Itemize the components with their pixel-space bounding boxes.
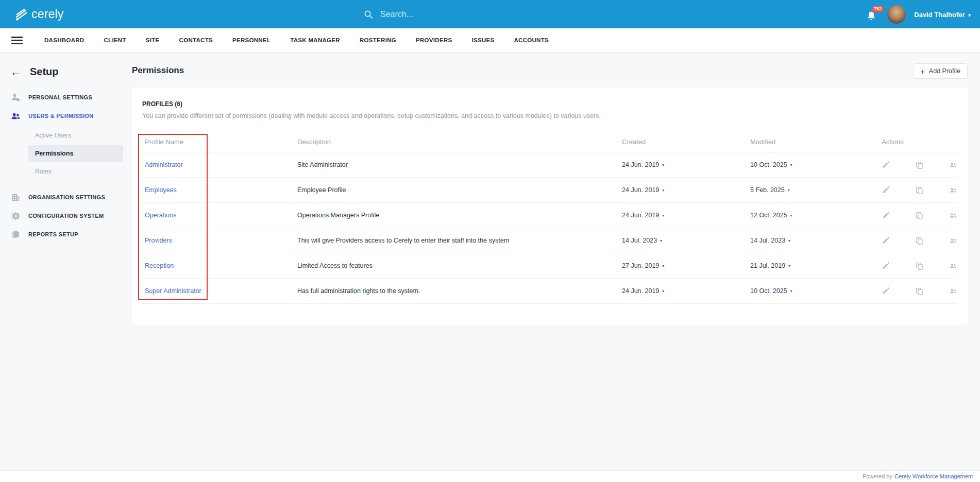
nav-providers[interactable]: PROVIDERS bbox=[416, 37, 452, 43]
modified-date[interactable]: 12 Oct. 2025▾ bbox=[748, 212, 879, 219]
row-actions bbox=[879, 211, 957, 220]
back-arrow-icon[interactable]: ← bbox=[10, 66, 22, 78]
sidebar-item-users-permission[interactable]: USERS & PERMISSION bbox=[0, 107, 131, 125]
assign-users-icon[interactable] bbox=[949, 261, 957, 270]
nav-site[interactable]: SITE bbox=[146, 37, 160, 43]
global-search[interactable] bbox=[364, 0, 535, 28]
profiles-heading: PROFILES (6) bbox=[142, 100, 957, 108]
sidebar-item-personal-settings[interactable]: PERSONAL SETTINGS bbox=[0, 88, 131, 107]
nav-personnel[interactable]: PERSONNEL bbox=[232, 37, 271, 43]
profile-name-link[interactable]: Employees bbox=[142, 186, 295, 194]
created-date[interactable]: 24 Jun. 2019▾ bbox=[619, 287, 748, 295]
profile-description: Employee Profile bbox=[295, 186, 619, 194]
users-icon bbox=[11, 111, 21, 121]
profile-description: Has full administration rights to the sy… bbox=[295, 287, 619, 295]
sidebar-item-reports-setup[interactable]: REPORTS SETUP bbox=[0, 225, 131, 244]
created-date[interactable]: 27 Jun. 2019▾ bbox=[619, 262, 748, 269]
brand-logo-group[interactable]: cerely bbox=[14, 7, 64, 21]
edit-pencil-icon[interactable] bbox=[882, 236, 890, 245]
created-date[interactable]: 14 Jul. 2023▾ bbox=[619, 237, 748, 244]
user-avatar[interactable] bbox=[887, 5, 906, 24]
created-date[interactable]: 24 Jun. 2019▾ bbox=[619, 186, 748, 194]
edit-pencil-icon[interactable] bbox=[882, 160, 890, 169]
col-header-profile-name: Profile Name bbox=[142, 138, 295, 146]
nav-task-manager[interactable]: TASK MANAGER bbox=[290, 37, 340, 43]
sidebar-item-organisation-settings[interactable]: ORGANISATION SETTINGS bbox=[0, 188, 131, 206]
modified-date[interactable]: 5 Feb. 2025▾ bbox=[748, 186, 879, 194]
caret-down-icon: ▾ bbox=[662, 213, 664, 218]
created-date[interactable]: 24 Jun. 2019▾ bbox=[619, 212, 748, 219]
copy-icon[interactable] bbox=[915, 236, 923, 245]
edit-pencil-icon[interactable] bbox=[882, 211, 890, 220]
nav-accounts[interactable]: ACCOUNTS bbox=[514, 37, 549, 43]
row-actions bbox=[879, 286, 957, 296]
sidebar-item-label: USERS & PERMISSION bbox=[28, 113, 93, 119]
profile-description: Operations Managers Profile bbox=[295, 212, 619, 219]
sidebar-item-label: CONFIGURATION SYSTEM bbox=[28, 213, 104, 219]
cerely-logo-icon bbox=[14, 8, 28, 21]
sidebar-subitem-active-users[interactable]: Active Users bbox=[0, 126, 131, 145]
sidebar-subitem-roles[interactable]: Roles bbox=[0, 162, 131, 181]
notifications-button[interactable]: 762 bbox=[866, 7, 879, 22]
chevron-down-icon: ▾ bbox=[968, 12, 971, 18]
users-permission-sublist: Active Users Permissions Roles bbox=[0, 126, 131, 181]
nav-client[interactable]: CLIENT bbox=[104, 37, 126, 43]
copy-icon[interactable] bbox=[915, 261, 923, 270]
brand-name: cerely bbox=[31, 7, 64, 21]
modified-date[interactable]: 21 Jul. 2019▾ bbox=[748, 262, 879, 269]
profile-name-link[interactable]: Administrator bbox=[142, 161, 295, 168]
caret-down-icon: ▾ bbox=[790, 213, 792, 218]
assign-users-icon[interactable] bbox=[949, 160, 957, 169]
edit-pencil-icon[interactable] bbox=[882, 185, 890, 195]
col-header-created: Created bbox=[619, 138, 748, 146]
col-header-modified: Modified bbox=[748, 138, 879, 146]
edit-pencil-icon[interactable] bbox=[882, 286, 890, 296]
cerely-link[interactable]: Cerely Workforce Management bbox=[894, 473, 973, 479]
modified-date[interactable]: 10 Oct. 2025▾ bbox=[748, 161, 879, 168]
copy-icon[interactable] bbox=[915, 185, 923, 195]
table-row: Employees Employee Profile 24 Jun. 2019▾… bbox=[142, 178, 957, 203]
copy-icon[interactable] bbox=[915, 160, 923, 169]
nav-rostering[interactable]: ROSTERING bbox=[360, 37, 396, 43]
sidebar-subitem-permissions[interactable]: Permissions bbox=[28, 145, 123, 162]
assign-users-icon[interactable] bbox=[949, 286, 957, 296]
profile-name-link[interactable]: Super Administrator bbox=[142, 287, 295, 295]
caret-down-icon: ▾ bbox=[660, 238, 662, 243]
modified-date[interactable]: 10 Oct. 2025▾ bbox=[748, 287, 879, 295]
row-actions bbox=[879, 185, 957, 195]
top-header-bar: cerely 762 David Thalhofer ▾ bbox=[0, 0, 980, 28]
building-icon bbox=[11, 193, 21, 202]
sidebar-item-configuration-system[interactable]: CONFIGURATION SYSTEM bbox=[0, 206, 131, 225]
table-row: Operations Operations Managers Profile 2… bbox=[142, 203, 957, 228]
sidebar-item-label: ORGANISATION SETTINGS bbox=[28, 194, 105, 200]
created-date[interactable]: 24 Jun. 2019▾ bbox=[619, 161, 748, 168]
table-row: Reception Limited Access to features 27 … bbox=[142, 253, 957, 279]
caret-down-icon: ▾ bbox=[790, 289, 792, 294]
nav-dashboard[interactable]: DASHBOARD bbox=[44, 37, 84, 43]
profile-name-link[interactable]: Reception bbox=[142, 262, 295, 269]
profiles-description: You can provide different set of permiss… bbox=[142, 112, 957, 119]
row-actions bbox=[879, 160, 957, 169]
profile-name-link[interactable]: Providers bbox=[142, 237, 295, 244]
assign-users-icon[interactable] bbox=[949, 236, 957, 245]
copy-icon[interactable] bbox=[915, 286, 923, 296]
nav-items: DASHBOARD CLIENT SITE CONTACTS PERSONNEL… bbox=[44, 37, 549, 43]
assign-users-icon[interactable] bbox=[949, 211, 957, 220]
caret-down-icon: ▾ bbox=[662, 188, 664, 193]
table-row: Super Administrator Has full administrat… bbox=[142, 279, 957, 304]
profiles-table: Profile Name Description Created Modifie… bbox=[142, 132, 957, 304]
profile-name-link[interactable]: Operations bbox=[142, 212, 295, 219]
search-icon bbox=[364, 10, 373, 19]
edit-pencil-icon[interactable] bbox=[882, 261, 890, 270]
caret-down-icon: ▾ bbox=[662, 163, 664, 167]
menu-icon[interactable] bbox=[11, 35, 23, 46]
user-menu[interactable]: David Thalhofer ▾ bbox=[914, 10, 971, 19]
modified-date[interactable]: 14 Jul. 2023▾ bbox=[748, 237, 879, 244]
nav-issues[interactable]: ISSUES bbox=[471, 37, 494, 43]
assign-users-icon[interactable] bbox=[949, 185, 957, 195]
nav-contacts[interactable]: CONTACTS bbox=[179, 37, 213, 43]
search-input[interactable] bbox=[380, 10, 535, 19]
powered-by-text: Powered by bbox=[863, 473, 892, 479]
add-profile-button[interactable]: + Add Profile bbox=[913, 63, 968, 79]
copy-icon[interactable] bbox=[915, 211, 923, 220]
